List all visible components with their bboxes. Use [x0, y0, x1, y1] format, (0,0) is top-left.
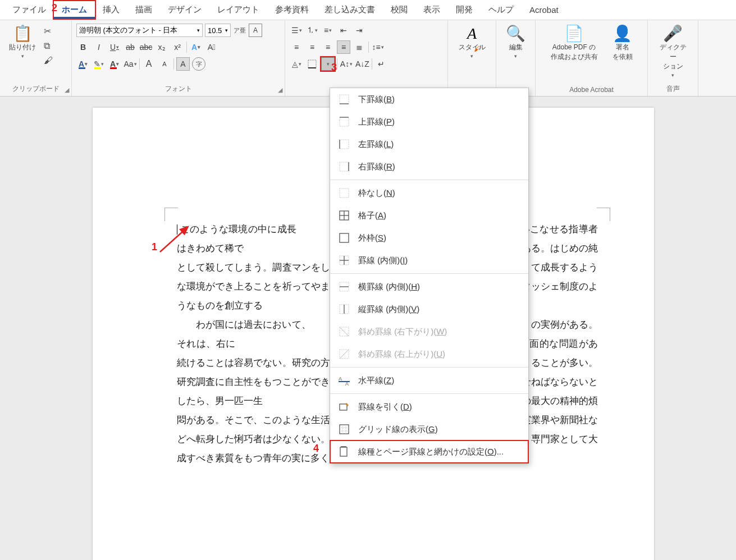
svg-rect-5 — [340, 117, 349, 126]
menu-layout[interactable]: レイアウト — [209, 1, 267, 19]
border-outside-label: 外枠(S) — [358, 233, 386, 244]
border-left-label: 左罫線(L) — [358, 139, 394, 150]
svg-rect-11 — [340, 189, 349, 198]
enclosed-char-button[interactable]: 字 — [192, 57, 205, 71]
borders-button[interactable] — [305, 57, 319, 71]
show-marks-button[interactable]: ↵ — [374, 57, 388, 71]
subscript-button[interactable]: x₂ — [155, 40, 168, 54]
text-direction-button[interactable]: A↕▾ — [340, 57, 353, 71]
border-none-label: 枠なし(N) — [358, 188, 395, 199]
styles-button[interactable]: A 🖌 スタイル ▾ — [454, 24, 490, 61]
border-settings-item[interactable]: 線種とページ罫線と網かけの設定(O)... — [330, 440, 528, 463]
underline-button[interactable]: U▾ — [108, 40, 121, 54]
border-bottom-item[interactable]: 下罫線(B) — [330, 88, 528, 111]
grow-font-button[interactable]: A — [142, 57, 156, 71]
svg-line-26 — [340, 350, 349, 359]
shrink-font-button[interactable]: A — [158, 57, 171, 71]
paste-button[interactable]: 📋 貼り付け ▾ — [4, 24, 40, 61]
font-size-combo[interactable]: 10.5▾ — [205, 24, 231, 37]
font-name-combo[interactable]: 游明朝 (本文のフォント - 日本▾ — [76, 24, 203, 37]
sign-icon: 👤 — [612, 26, 632, 42]
bold-button[interactable]: B — [76, 40, 90, 54]
font-launcher[interactable]: ◢ — [278, 86, 282, 94]
group-paragraph: ☰▾ ⒈▾ ≡▾ ⇤ ⇥ ≡ ≡ ≡ ≡ ≣ ↕≡▾ ◬▾ — [285, 20, 448, 96]
border-hr-item[interactable]: AA水平線(Z) — [330, 369, 528, 392]
italic-button[interactable]: I — [92, 40, 106, 54]
border-v-inside-icon — [338, 303, 350, 315]
border-icon — [308, 59, 317, 68]
format-painter-icon[interactable]: 🖌 — [44, 56, 53, 66]
multilevel-button[interactable]: ≡▾ — [321, 24, 335, 37]
character-border-button[interactable]: A — [249, 24, 262, 37]
border-all-item[interactable]: 格子(A) — [330, 204, 528, 227]
justify-button[interactable]: ≡ — [337, 40, 350, 54]
border-inside-item[interactable]: 罫線 (内側)(I) — [330, 249, 528, 272]
menu-home[interactable]: ホーム — [54, 1, 95, 19]
svg-rect-31 — [340, 425, 349, 434]
border-right-item[interactable]: 右罫線(R) — [330, 155, 528, 178]
search-icon: 🔍 — [506, 26, 525, 42]
copy-icon[interactable]: ⧉ — [44, 41, 53, 51]
border-none-item[interactable]: 枠なし(N) — [330, 182, 528, 204]
border-all-icon — [338, 209, 350, 222]
sort-button[interactable]: A↓Z — [355, 57, 369, 71]
border-v-inside-item[interactable]: 縦罫線 (内側)(V) — [330, 298, 528, 320]
line-spacing-button[interactable]: ↕≡▾ — [371, 40, 385, 54]
annotation-1: 1 — [152, 241, 157, 253]
dictate-button[interactable]: 🎤 ディクテー ション ▾ — [652, 24, 693, 80]
border-outside-item[interactable]: 外枠(S) — [330, 227, 528, 249]
decrease-indent-button[interactable]: ⇤ — [337, 24, 350, 37]
menu-review[interactable]: 校閲 — [383, 1, 415, 19]
align-left-button[interactable]: ≡ — [290, 40, 303, 54]
svg-rect-36 — [340, 447, 347, 456]
editing-button[interactable]: 🔍 編集 ▾ — [501, 24, 530, 61]
menu-help[interactable]: ヘルプ — [481, 1, 522, 19]
strikethrough-button[interactable]: ab — [124, 40, 137, 54]
menu-references[interactable]: 参考資料 — [267, 1, 317, 19]
menu-mailings[interactable]: 差し込み文書 — [317, 1, 383, 19]
mic-icon: 🎤 — [663, 26, 683, 42]
cut-icon[interactable]: ✂ — [44, 26, 53, 36]
border-top-item[interactable]: 上罫線(P) — [330, 111, 528, 133]
menu-view[interactable]: 表示 — [415, 1, 448, 19]
align-right-button[interactable]: ≡ — [321, 40, 335, 54]
svg-text:A: A — [339, 376, 342, 382]
request-sign-button[interactable]: 👤 署名 を依頼 — [608, 24, 637, 64]
group-label-clipboard: クリップボード — [4, 83, 67, 95]
menu-file[interactable]: ファイル — [4, 1, 54, 19]
font-color-button[interactable]: A▾ — [108, 57, 121, 71]
text-fill-button[interactable]: A▾ — [76, 57, 90, 71]
text-effects-button[interactable]: A▾ — [189, 40, 203, 54]
distributed-button[interactable]: ≣ — [353, 40, 366, 54]
menu-acrobat[interactable]: Acrobat — [522, 2, 566, 18]
change-case-button[interactable]: Aa▾ — [124, 57, 137, 71]
clipboard-launcher[interactable]: ◢ — [65, 86, 69, 94]
menu-insert[interactable]: 挿入 — [95, 1, 127, 19]
menu-developer[interactable]: 開発 — [448, 1, 481, 19]
double-strike-button[interactable]: abc — [139, 40, 153, 54]
shading-button[interactable]: ◬▾ — [290, 57, 303, 71]
border-grid-item[interactable]: グリッド線の表示(G) — [330, 418, 528, 440]
increase-indent-button[interactable]: ⇥ — [353, 24, 366, 37]
bullets-button[interactable]: ☰▾ — [290, 24, 303, 37]
dropdown-separator — [330, 273, 528, 274]
phonetic-guide-button[interactable]: ア亜 — [233, 24, 246, 37]
border-all-label: 格子(A) — [358, 210, 386, 221]
highlight-button[interactable]: ✎▾ — [92, 57, 106, 71]
numbering-button[interactable]: ⒈▾ — [305, 24, 319, 37]
clear-formatting-button[interactable]: A⃠ — [205, 40, 218, 54]
border-right-label: 右罫線(R) — [358, 162, 395, 172]
svg-text:A: A — [345, 381, 349, 386]
align-center-button[interactable]: ≡ — [305, 40, 319, 54]
border-draw-item[interactable]: 罫線を引く(D) — [330, 396, 528, 418]
svg-rect-0 — [308, 60, 316, 68]
superscript-button[interactable]: x² — [171, 40, 184, 54]
pdf-create-button[interactable]: 📄 Adobe PDF の 作成および共有 — [546, 24, 602, 64]
border-left-item[interactable]: 左罫線(L) — [330, 133, 528, 155]
menu-design[interactable]: デザイン — [160, 1, 209, 19]
ribbon: 📋 貼り付け ▾ ✂ ⧉ 🖌 クリップボード ◢ 游明朝 (本文のフォント - … — [0, 20, 736, 97]
character-shading-button[interactable]: A — [176, 57, 190, 71]
annotation-3: 3 — [331, 62, 337, 74]
border-h-inside-item[interactable]: 横罫線 (内側)(H) — [330, 276, 528, 298]
menu-draw[interactable]: 描画 — [127, 1, 160, 19]
